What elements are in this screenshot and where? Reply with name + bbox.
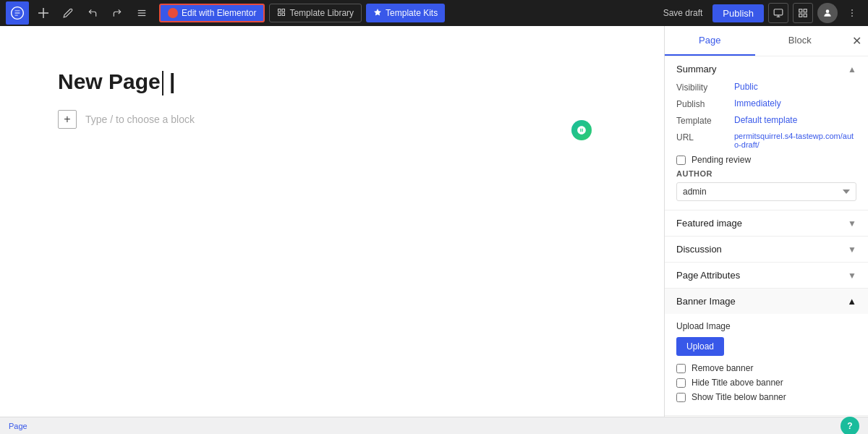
template-row: Template Default template [676, 115, 856, 126]
page-attributes-section: Page Attributes ▼ [665, 263, 868, 289]
support-button[interactable]: ? [841, 417, 859, 435]
author-label: AUTHOR [676, 169, 856, 178]
hide-title-row: Hide Title above banner [676, 378, 856, 388]
more-options-button[interactable] [842, 3, 862, 23]
block-list-view-button[interactable] [132, 3, 152, 23]
page-attributes-header[interactable]: Page Attributes ▼ [665, 263, 868, 288]
status-page-link[interactable]: Page [9, 422, 27, 430]
elementor-icon [168, 8, 178, 18]
block-placeholder[interactable]: + Type / to choose a block [58, 110, 606, 129]
svg-rect-13 [804, 14, 807, 17]
discussion-header[interactable]: Discussion ▼ [665, 237, 868, 262]
svg-point-14 [826, 9, 830, 13]
remove-banner-label: Remove banner [692, 363, 753, 373]
discussion-section: Discussion ▼ [665, 237, 868, 263]
svg-rect-5 [278, 13, 281, 16]
featured-image-chevron-icon: ▼ [848, 218, 856, 229]
template-value[interactable]: Default template [734, 115, 797, 125]
publish-button[interactable]: Publish [712, 4, 764, 22]
settings-toggle-button[interactable] [793, 3, 813, 23]
page-title[interactable]: New Page [58, 69, 606, 95]
hide-title-label: Hide Title above banner [692, 378, 783, 388]
url-value[interactable]: permitsquirrel.s4-tastewp.com/auto-draft… [734, 132, 856, 149]
top-toolbar: Edit with Elementor Template Library Tem… [0, 0, 868, 26]
svg-rect-4 [282, 9, 285, 12]
show-title-checkbox[interactable] [676, 393, 686, 402]
elementor-circle-icon [571, 120, 592, 140]
pending-review-row: Pending review [676, 155, 856, 165]
summary-section-body: Visibility Public Publish Immediately Te… [665, 82, 868, 210]
right-sidebar: Page Block ✕ Summary ▲ Visibility Public… [664, 26, 868, 434]
tab-page[interactable]: Page [665, 26, 755, 56]
svg-rect-12 [799, 14, 802, 17]
svg-rect-7 [774, 9, 783, 15]
sidebar-close-button[interactable]: ✕ [845, 30, 868, 53]
page-attributes-chevron-icon: ▼ [848, 271, 856, 281]
redo-button[interactable] [107, 3, 127, 23]
add-block-inline-button[interactable]: + [58, 110, 77, 129]
remove-banner-row: Remove banner [676, 363, 856, 373]
summary-section-header[interactable]: Summary ▲ [665, 56, 868, 82]
tab-block[interactable]: Block [755, 26, 846, 56]
pen-tool-button[interactable] [58, 3, 78, 23]
pending-review-checkbox[interactable] [676, 156, 686, 165]
undo-button[interactable] [82, 3, 103, 23]
svg-rect-6 [282, 13, 285, 16]
svg-rect-10 [799, 9, 802, 12]
author-select[interactable]: admin [676, 182, 856, 201]
publish-row: Publish Immediately [676, 98, 856, 109]
preview-button[interactable] [768, 3, 788, 23]
edit-elementor-button[interactable]: Edit with Elementor [159, 4, 265, 22]
banner-image-chevron-icon: ▲ [847, 296, 856, 307]
svg-point-16 [851, 12, 853, 14]
upload-button[interactable]: Upload [676, 337, 724, 356]
featured-image-header[interactable]: Featured image ▼ [665, 210, 868, 236]
sidebar-tabs: Page Block ✕ [665, 26, 868, 56]
template-library-icon [277, 8, 286, 19]
visibility-row: Visibility Public [676, 82, 856, 93]
show-title-label: Show Title below banner [692, 392, 786, 402]
banner-image-body: Upload Image Upload Remove banner Hide T… [665, 314, 868, 415]
visibility-value[interactable]: Public [734, 82, 758, 92]
template-kits-button[interactable]: Template Kits [366, 4, 445, 22]
url-row: URL permitsquirrel.s4-tastewp.com/auto-d… [676, 132, 856, 149]
wp-logo[interactable] [6, 1, 29, 25]
template-kits-icon [373, 8, 382, 19]
summary-section: Summary ▲ Visibility Public Publish Imme… [665, 56, 868, 210]
summary-chevron-icon: ▲ [848, 64, 856, 75]
svg-rect-3 [278, 9, 281, 12]
svg-point-17 [851, 15, 853, 17]
status-bar: Page ? [0, 417, 868, 434]
user-menu-button[interactable] [817, 3, 838, 23]
upload-image-label: Upload Image [676, 321, 856, 331]
editor-area: New Page + Type / to choose a block [0, 26, 664, 434]
svg-rect-11 [804, 9, 807, 12]
banner-image-section: Banner Image ▲ Upload Image Upload Remov… [665, 289, 868, 416]
pending-review-label: Pending review [692, 155, 751, 165]
featured-image-section: Featured image ▼ [665, 210, 868, 237]
add-block-button[interactable] [33, 3, 54, 23]
hide-title-checkbox[interactable] [676, 378, 686, 388]
publish-time-value[interactable]: Immediately [734, 98, 781, 109]
main-layout: New Page + Type / to choose a block Page [0, 26, 868, 434]
discussion-chevron-icon: ▼ [848, 244, 856, 255]
svg-point-15 [851, 9, 853, 11]
show-title-row: Show Title below banner [676, 392, 856, 402]
banner-image-header[interactable]: Banner Image ▲ [665, 289, 868, 314]
save-draft-button[interactable]: Save draft [658, 5, 709, 21]
remove-banner-checkbox[interactable] [676, 364, 686, 373]
template-library-button[interactable]: Template Library [269, 4, 362, 22]
